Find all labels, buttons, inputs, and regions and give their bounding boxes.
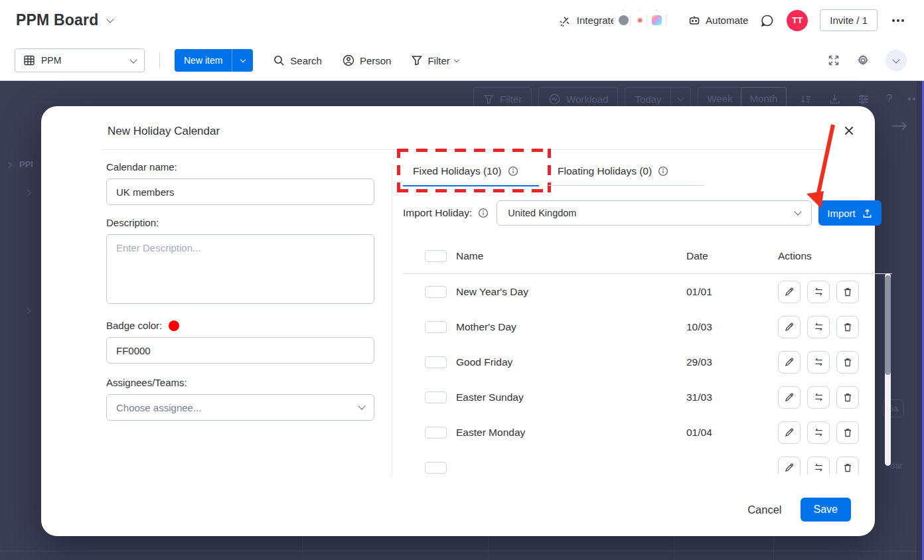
table-row: Easter Sunday 31/03 (403, 380, 892, 415)
badge-color-input[interactable] (106, 337, 374, 364)
holiday-table-header: Name Date Actions (403, 244, 892, 268)
new-item-button[interactable]: New item (175, 49, 232, 72)
swap-arrows-icon (813, 391, 824, 403)
edit-button[interactable] (778, 316, 801, 338)
tab-floating-label: Floating Holidays (0) (558, 165, 652, 177)
holiday-name: Good Friday (447, 356, 686, 368)
board-title-chevron-icon[interactable] (107, 15, 114, 23)
row-checkbox[interactable] (425, 286, 447, 298)
table-row: Mother's Day 10/03 (403, 309, 892, 344)
integrate-button[interactable]: Integrate ⁕ (559, 10, 666, 31)
board-view-select[interactable]: PPM (15, 48, 145, 72)
edit-button[interactable] (778, 351, 801, 374)
collapse-header-button[interactable] (886, 50, 907, 71)
cancel-button[interactable]: Cancel (747, 504, 781, 516)
person-label: Person (360, 55, 392, 66)
fullscreen-button[interactable] (827, 54, 840, 67)
automate-label: Automate (706, 15, 748, 26)
calendar-form: Calendar name: Description: Badge color:… (106, 161, 374, 421)
delete-button[interactable] (836, 351, 859, 374)
assignees-select[interactable]: Choose assignee... (106, 394, 374, 421)
assignees-label: Assignees/Teams: (106, 377, 374, 388)
holiday-date: 29/03 (686, 356, 766, 368)
calendar-name-input[interactable] (106, 178, 374, 205)
avatar[interactable]: TT (787, 10, 808, 31)
tab-floating-holidays[interactable]: Floating Holidays (0) (539, 157, 702, 186)
table-grid-icon (23, 54, 35, 66)
timeline-today-label: Today (635, 94, 661, 105)
tab-fixed-label: Fixed Holidays (10) (413, 165, 502, 177)
view-settings-sliders-icon[interactable] (857, 92, 870, 105)
toolbar-divider (159, 52, 160, 68)
new-item-split-button[interactable]: New item (175, 49, 253, 72)
person-filter-button[interactable]: Person (342, 54, 392, 67)
badge-color-label: Badge color: (106, 320, 162, 331)
table-row: Good Friday 29/03 (403, 344, 892, 380)
edit-button[interactable] (778, 456, 801, 475)
tab-fixed-holidays[interactable]: Fixed Holidays (10) (403, 157, 539, 186)
chat-button[interactable] (760, 13, 775, 28)
search-button[interactable]: Search (273, 54, 322, 67)
new-item-dropdown[interactable] (232, 49, 253, 72)
automate-button[interactable]: Automate (688, 14, 748, 27)
row-checkbox[interactable] (425, 356, 447, 368)
integrate-plug-icon (559, 14, 572, 27)
trash-icon (842, 462, 853, 473)
row-checkbox[interactable] (425, 391, 447, 403)
sort-icon[interactable] (800, 93, 812, 105)
pencil-icon (784, 427, 795, 438)
row-checkbox[interactable] (425, 427, 447, 439)
holiday-name: New Year's Day (447, 286, 686, 298)
person-icon (342, 54, 355, 67)
country-select[interactable]: United Kingdom (497, 200, 812, 226)
import-button-label: Import (827, 208, 856, 219)
select-all-checkbox[interactable] (425, 250, 447, 262)
group-collapse-chevron-icon[interactable] (5, 162, 12, 169)
trash-icon (842, 427, 853, 438)
workload-wave-icon (548, 93, 561, 105)
delete-button[interactable] (836, 281, 859, 303)
edit-button[interactable] (778, 386, 801, 409)
info-icon[interactable] (658, 166, 668, 176)
row-checkbox[interactable] (425, 462, 447, 474)
move-button[interactable] (807, 386, 830, 409)
filter-label: Filter (427, 55, 449, 66)
export-icon[interactable] (828, 93, 841, 105)
inactive-tab-underline (548, 185, 705, 186)
group-label-clipped: PPI (19, 159, 33, 169)
move-button[interactable] (807, 351, 830, 374)
description-input[interactable] (106, 234, 374, 304)
board-more-menu-icon[interactable] (889, 17, 907, 25)
move-button[interactable] (807, 281, 830, 303)
delete-button[interactable] (836, 386, 859, 409)
import-button[interactable]: Import (818, 200, 882, 226)
info-icon[interactable] (508, 166, 518, 176)
move-button[interactable] (807, 316, 830, 338)
filter-button[interactable]: Filter (411, 54, 458, 66)
row-checkbox[interactable] (425, 321, 447, 333)
swap-arrows-icon (813, 462, 824, 473)
close-icon[interactable] (843, 125, 855, 137)
delete-button[interactable] (836, 421, 859, 444)
list-scrollbar-thumb[interactable] (885, 275, 891, 375)
badge-color-dot (169, 320, 179, 331)
pencil-icon (784, 357, 795, 368)
search-label: Search (290, 55, 322, 66)
move-button[interactable] (807, 456, 830, 475)
delete-button[interactable] (836, 456, 859, 475)
info-icon[interactable] (478, 208, 489, 218)
board-settings-button[interactable] (856, 54, 870, 67)
collapsed-group-chevron-icon[interactable] (25, 308, 31, 315)
subgroup-chevron-icon[interactable] (25, 190, 31, 196)
move-button[interactable] (807, 421, 830, 444)
help-icon[interactable]: ? (886, 93, 892, 105)
swap-arrows-icon (813, 356, 824, 368)
invite-button[interactable]: Invite / 1 (820, 9, 878, 31)
board-view-chevron-icon (129, 56, 137, 63)
edit-button[interactable] (778, 281, 801, 303)
filter-funnel-icon (411, 54, 423, 66)
edit-button[interactable] (778, 421, 801, 444)
save-button[interactable]: Save (801, 498, 851, 522)
delete-button[interactable] (836, 316, 859, 338)
scroll-right-arrow-icon[interactable] (889, 119, 909, 133)
